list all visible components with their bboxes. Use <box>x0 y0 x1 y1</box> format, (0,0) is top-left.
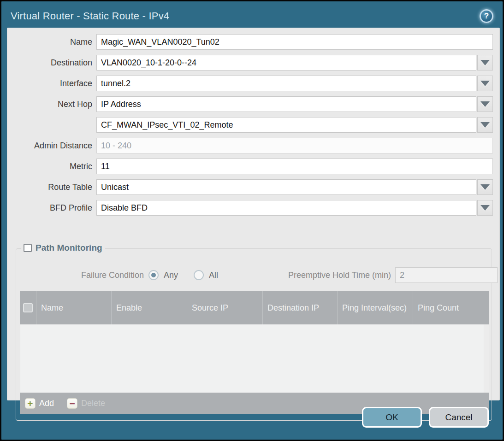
dialog-title: Virtual Router - Static Route - IPv4 <box>11 10 480 22</box>
column-header-name[interactable]: Name <box>36 291 112 324</box>
bfd-profile-row: BFD Profile <box>7 200 493 216</box>
column-header-source-ip[interactable]: Source IP <box>187 291 263 324</box>
interface-label: Interface <box>7 79 96 88</box>
path-monitoring-section: Path Monitoring Failure Condition Any Al… <box>16 248 492 421</box>
next-hop-address-dropdown-button[interactable] <box>477 117 493 133</box>
destination-row: Destination <box>7 55 493 71</box>
column-header-ping-count[interactable]: Ping Count <box>413 291 489 324</box>
admin-distance-input[interactable] <box>96 138 493 153</box>
chevron-down-icon <box>480 184 490 190</box>
dialog-footer: OK Cancel <box>1 399 503 440</box>
bfd-profile-input[interactable] <box>96 200 476 216</box>
failure-condition-all-option[interactable]: All <box>194 270 218 280</box>
radio-all-icon <box>194 270 204 280</box>
next-hop-type-input[interactable] <box>96 96 476 112</box>
name-label: Name <box>7 37 96 47</box>
column-header-destination-ip[interactable]: Destination IP <box>263 291 338 324</box>
table-header: Name Enable Source IP Destination IP Pin… <box>20 291 489 324</box>
route-table-dropdown-button[interactable] <box>477 179 493 195</box>
path-monitoring-title: Path Monitoring <box>36 243 102 253</box>
bfd-profile-label: BFD Profile <box>7 203 96 213</box>
select-all-cell <box>20 291 36 324</box>
route-table-row: Route Table <box>7 179 493 195</box>
radio-any-icon <box>148 270 159 280</box>
table-scrollbar[interactable] <box>484 324 489 393</box>
failure-condition-any-option[interactable]: Any <box>148 270 178 280</box>
ok-button[interactable]: OK <box>362 407 422 428</box>
next-hop-row: Next Hop <box>7 96 493 112</box>
destination-dropdown-button[interactable] <box>477 55 493 71</box>
next-hop-address-row <box>7 117 493 133</box>
name-input[interactable] <box>96 34 493 50</box>
preemptive-hold-time-label: Preemptive Hold Time (min) <box>288 270 391 280</box>
route-table-label: Route Table <box>7 182 96 192</box>
preemptive-hold-time-input[interactable] <box>395 267 498 283</box>
metric-label: Metric <box>7 162 96 171</box>
metric-row: Metric <box>7 159 493 174</box>
route-table-input[interactable] <box>96 179 476 195</box>
destination-label: Destination <box>7 58 96 68</box>
destination-input[interactable] <box>96 55 476 71</box>
path-monitoring-table: Name Enable Source IP Destination IP Pin… <box>20 291 489 414</box>
static-route-dialog: Virtual Router - Static Route - IPv4 ? N… <box>0 0 504 441</box>
chevron-down-icon <box>480 81 490 86</box>
path-monitoring-legend: Path Monitoring <box>21 243 105 253</box>
chevron-down-icon <box>480 205 490 211</box>
admin-distance-label: Admin Distance <box>7 141 96 151</box>
name-row: Name <box>7 34 493 50</box>
help-icon[interactable]: ? <box>480 9 493 23</box>
chevron-down-icon <box>480 101 490 107</box>
interface-dropdown-button[interactable] <box>477 76 493 91</box>
failure-condition-row: Failure Condition Any All Preemptive Hol… <box>16 267 492 283</box>
failure-condition-label: Failure Condition <box>16 270 148 280</box>
title-bar: Virtual Router - Static Route - IPv4 ? <box>1 1 503 27</box>
admin-distance-row: Admin Distance <box>7 138 493 153</box>
cancel-button[interactable]: Cancel <box>429 407 489 428</box>
path-monitoring-checkbox[interactable] <box>24 244 32 252</box>
interface-row: Interface <box>7 76 493 91</box>
metric-input[interactable] <box>96 159 493 174</box>
radio-all-label: All <box>209 270 218 280</box>
chevron-down-icon <box>480 122 490 128</box>
next-hop-label: Next Hop <box>7 100 96 109</box>
chevron-down-icon <box>480 60 490 65</box>
column-header-enable[interactable]: Enable <box>112 291 187 324</box>
form-panel: Name Destination Interface <box>7 28 500 400</box>
next-hop-address-input[interactable] <box>96 117 476 133</box>
next-hop-dropdown-button[interactable] <box>477 96 493 112</box>
radio-any-label: Any <box>164 270 178 280</box>
help-icon-glyph: ? <box>484 12 489 21</box>
column-header-ping-interval[interactable]: Ping Interval(sec) <box>338 291 413 324</box>
select-all-checkbox[interactable] <box>23 303 33 312</box>
interface-input[interactable] <box>96 76 476 91</box>
table-body-empty <box>20 324 489 393</box>
bfd-profile-dropdown-button[interactable] <box>477 200 493 216</box>
